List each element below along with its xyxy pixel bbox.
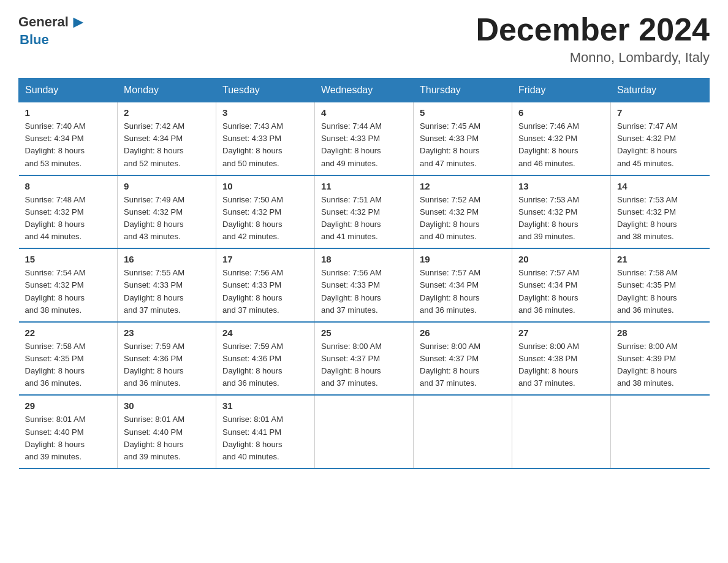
table-row: 15 Sunrise: 7:54 AMSunset: 4:32 PMDaylig… bbox=[19, 248, 118, 322]
table-row: 21 Sunrise: 7:58 AMSunset: 4:35 PMDaylig… bbox=[611, 248, 710, 322]
day-info: Sunrise: 7:57 AMSunset: 4:34 PMDaylight:… bbox=[420, 268, 480, 314]
day-number: 31 bbox=[222, 400, 308, 411]
day-number: 30 bbox=[124, 400, 210, 411]
day-info: Sunrise: 8:01 AMSunset: 4:40 PMDaylight:… bbox=[124, 415, 184, 461]
day-info: Sunrise: 7:49 AMSunset: 4:32 PMDaylight:… bbox=[124, 195, 184, 241]
day-number: 23 bbox=[124, 327, 210, 338]
day-number: 9 bbox=[124, 181, 210, 191]
col-wednesday: Wednesday bbox=[315, 79, 414, 102]
table-row: 10 Sunrise: 7:50 AMSunset: 4:32 PMDaylig… bbox=[216, 175, 315, 249]
col-thursday: Thursday bbox=[414, 79, 512, 102]
day-info: Sunrise: 7:47 AMSunset: 4:32 PMDaylight:… bbox=[617, 121, 678, 167]
table-row: 23 Sunrise: 7:59 AMSunset: 4:36 PMDaylig… bbox=[118, 322, 216, 396]
calendar-week-row: 8 Sunrise: 7:48 AMSunset: 4:32 PMDayligh… bbox=[19, 175, 710, 249]
day-number: 11 bbox=[321, 181, 407, 191]
table-row: 24 Sunrise: 7:59 AMSunset: 4:36 PMDaylig… bbox=[216, 322, 315, 396]
day-info: Sunrise: 8:00 AMSunset: 4:38 PMDaylight:… bbox=[518, 342, 579, 388]
table-row: 1 Sunrise: 7:40 AMSunset: 4:34 PMDayligh… bbox=[19, 102, 118, 175]
table-row: 7 Sunrise: 7:47 AMSunset: 4:32 PMDayligh… bbox=[611, 102, 710, 175]
logo: General ► Blue bbox=[18, 12, 88, 48]
table-row: 2 Sunrise: 7:42 AMSunset: 4:34 PMDayligh… bbox=[118, 102, 216, 175]
day-info: Sunrise: 7:43 AMSunset: 4:33 PMDaylight:… bbox=[222, 121, 283, 167]
day-number: 20 bbox=[518, 254, 604, 264]
day-info: Sunrise: 7:54 AMSunset: 4:32 PMDaylight:… bbox=[25, 268, 86, 314]
logo-blue-text: Blue bbox=[20, 32, 49, 47]
day-number: 18 bbox=[321, 254, 407, 264]
day-number: 26 bbox=[420, 327, 506, 338]
table-row: 12 Sunrise: 7:52 AMSunset: 4:32 PMDaylig… bbox=[414, 175, 512, 249]
logo-general-text: General bbox=[18, 14, 69, 30]
day-info: Sunrise: 7:57 AMSunset: 4:34 PMDaylight:… bbox=[518, 268, 579, 314]
day-info: Sunrise: 7:51 AMSunset: 4:32 PMDaylight:… bbox=[321, 195, 382, 241]
day-info: Sunrise: 7:58 AMSunset: 4:35 PMDaylight:… bbox=[25, 342, 86, 388]
day-info: Sunrise: 8:00 AMSunset: 4:37 PMDaylight:… bbox=[420, 342, 480, 388]
day-info: Sunrise: 7:45 AMSunset: 4:33 PMDaylight:… bbox=[420, 121, 480, 167]
table-row bbox=[611, 395, 710, 469]
day-info: Sunrise: 7:40 AMSunset: 4:34 PMDaylight:… bbox=[25, 121, 86, 167]
day-number: 24 bbox=[222, 327, 308, 338]
day-number: 4 bbox=[321, 107, 407, 118]
day-number: 7 bbox=[617, 107, 703, 118]
calendar-week-row: 1 Sunrise: 7:40 AMSunset: 4:34 PMDayligh… bbox=[19, 102, 710, 175]
calendar-week-row: 22 Sunrise: 7:58 AMSunset: 4:35 PMDaylig… bbox=[19, 322, 710, 396]
day-number: 15 bbox=[25, 254, 112, 264]
table-row: 11 Sunrise: 7:51 AMSunset: 4:32 PMDaylig… bbox=[315, 175, 414, 249]
day-info: Sunrise: 7:56 AMSunset: 4:33 PMDaylight:… bbox=[321, 268, 382, 314]
day-number: 12 bbox=[420, 181, 506, 191]
col-sunday: Sunday bbox=[19, 79, 118, 102]
calendar-table: Sunday Monday Tuesday Wednesday Thursday… bbox=[18, 78, 710, 469]
logo-arrow-icon: ► bbox=[70, 12, 87, 32]
day-info: Sunrise: 7:50 AMSunset: 4:32 PMDaylight:… bbox=[222, 195, 283, 241]
day-info: Sunrise: 7:48 AMSunset: 4:32 PMDaylight:… bbox=[25, 195, 86, 241]
page-header: General ► Blue December 2024 Monno, Lomb… bbox=[18, 12, 710, 66]
table-row: 9 Sunrise: 7:49 AMSunset: 4:32 PMDayligh… bbox=[118, 175, 216, 249]
table-row: 20 Sunrise: 7:57 AMSunset: 4:34 PMDaylig… bbox=[512, 248, 611, 322]
calendar-week-row: 15 Sunrise: 7:54 AMSunset: 4:32 PMDaylig… bbox=[19, 248, 710, 322]
table-row: 14 Sunrise: 7:53 AMSunset: 4:32 PMDaylig… bbox=[611, 175, 710, 249]
table-row: 17 Sunrise: 7:56 AMSunset: 4:33 PMDaylig… bbox=[216, 248, 315, 322]
day-info: Sunrise: 8:01 AMSunset: 4:40 PMDaylight:… bbox=[25, 415, 86, 461]
day-info: Sunrise: 7:56 AMSunset: 4:33 PMDaylight:… bbox=[222, 268, 283, 314]
day-number: 5 bbox=[420, 107, 506, 118]
day-info: Sunrise: 7:59 AMSunset: 4:36 PMDaylight:… bbox=[124, 342, 184, 388]
day-info: Sunrise: 7:46 AMSunset: 4:32 PMDaylight:… bbox=[518, 121, 579, 167]
table-row bbox=[414, 395, 512, 469]
day-number: 25 bbox=[321, 327, 407, 338]
day-number: 17 bbox=[222, 254, 308, 264]
calendar-week-row: 29 Sunrise: 8:01 AMSunset: 4:40 PMDaylig… bbox=[19, 395, 710, 469]
day-info: Sunrise: 7:53 AMSunset: 4:32 PMDaylight:… bbox=[617, 195, 678, 241]
day-info: Sunrise: 7:58 AMSunset: 4:35 PMDaylight:… bbox=[617, 268, 678, 314]
day-info: Sunrise: 8:00 AMSunset: 4:37 PMDaylight:… bbox=[321, 342, 382, 388]
table-row: 31 Sunrise: 8:01 AMSunset: 4:41 PMDaylig… bbox=[216, 395, 315, 469]
table-row: 3 Sunrise: 7:43 AMSunset: 4:33 PMDayligh… bbox=[216, 102, 315, 175]
day-number: 3 bbox=[222, 107, 308, 118]
col-saturday: Saturday bbox=[611, 79, 710, 102]
table-row: 25 Sunrise: 8:00 AMSunset: 4:37 PMDaylig… bbox=[315, 322, 414, 396]
calendar-header-row: Sunday Monday Tuesday Wednesday Thursday… bbox=[19, 79, 710, 102]
day-number: 19 bbox=[420, 254, 506, 264]
day-info: Sunrise: 7:52 AMSunset: 4:32 PMDaylight:… bbox=[420, 195, 480, 241]
day-number: 22 bbox=[25, 327, 112, 338]
day-info: Sunrise: 7:53 AMSunset: 4:32 PMDaylight:… bbox=[518, 195, 579, 241]
day-info: Sunrise: 7:44 AMSunset: 4:33 PMDaylight:… bbox=[321, 121, 382, 167]
location-text: Monno, Lombardy, Italy bbox=[476, 50, 710, 66]
table-row: 4 Sunrise: 7:44 AMSunset: 4:33 PMDayligh… bbox=[315, 102, 414, 175]
month-title: December 2024 bbox=[476, 12, 710, 47]
day-number: 1 bbox=[25, 107, 112, 118]
table-row: 18 Sunrise: 7:56 AMSunset: 4:33 PMDaylig… bbox=[315, 248, 414, 322]
col-friday: Friday bbox=[512, 79, 611, 102]
table-row: 16 Sunrise: 7:55 AMSunset: 4:33 PMDaylig… bbox=[118, 248, 216, 322]
table-row: 30 Sunrise: 8:01 AMSunset: 4:40 PMDaylig… bbox=[118, 395, 216, 469]
title-block: December 2024 Monno, Lombardy, Italy bbox=[476, 12, 710, 66]
day-info: Sunrise: 7:42 AMSunset: 4:34 PMDaylight:… bbox=[124, 121, 184, 167]
day-number: 14 bbox=[617, 181, 703, 191]
day-info: Sunrise: 8:01 AMSunset: 4:41 PMDaylight:… bbox=[222, 415, 283, 461]
col-monday: Monday bbox=[118, 79, 216, 102]
table-row: 8 Sunrise: 7:48 AMSunset: 4:32 PMDayligh… bbox=[19, 175, 118, 249]
table-row: 6 Sunrise: 7:46 AMSunset: 4:32 PMDayligh… bbox=[512, 102, 611, 175]
day-number: 16 bbox=[124, 254, 210, 264]
table-row: 22 Sunrise: 7:58 AMSunset: 4:35 PMDaylig… bbox=[19, 322, 118, 396]
day-number: 27 bbox=[518, 327, 604, 338]
col-tuesday: Tuesday bbox=[216, 79, 315, 102]
table-row: 29 Sunrise: 8:01 AMSunset: 4:40 PMDaylig… bbox=[19, 395, 118, 469]
